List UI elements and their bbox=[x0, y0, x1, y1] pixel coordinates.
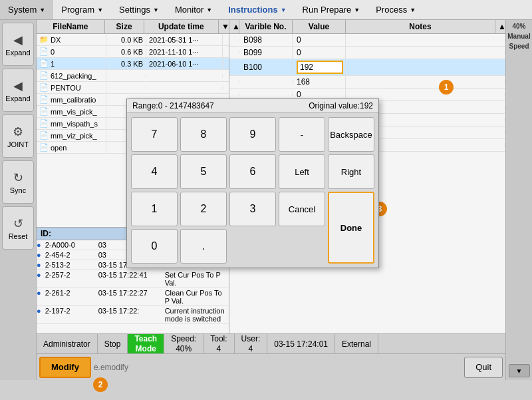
modify-button[interactable]: Modify bbox=[39, 357, 91, 378]
bottom-bar: Modify e.emodify Quit bbox=[37, 353, 505, 380]
numpad-backspace[interactable]: Backspace bbox=[328, 117, 374, 152]
run-prepare-caret: ▼ bbox=[354, 7, 360, 13]
numpad-5[interactable]: 5 bbox=[180, 154, 227, 189]
numpad-left[interactable]: Left bbox=[279, 154, 325, 189]
id-msg: Current instruction mode is switched bbox=[162, 307, 229, 323]
file-table-header: FileName Size Update time ▼ bbox=[37, 20, 229, 34]
var-val-2-input[interactable] bbox=[293, 59, 346, 75]
var-no-1: B099 bbox=[239, 47, 293, 59]
id-col: 2-197-2 bbox=[43, 307, 96, 323]
speed-label-manual: Manual bbox=[507, 33, 530, 40]
var-row[interactable]: B099 0 bbox=[229, 47, 505, 59]
var-sel-1 bbox=[229, 51, 239, 54]
menu-monitor[interactable]: Monitor ▼ bbox=[167, 0, 220, 19]
sidebar-joint[interactable]: ⚙ JOINT bbox=[2, 114, 34, 158]
table-row[interactable]: 📄1 0.3 KB 2021-06-10 1··· bbox=[37, 58, 229, 70]
quit-button[interactable]: Quit bbox=[464, 357, 503, 378]
menu-process[interactable]: Process ▼ bbox=[368, 0, 424, 19]
menu-system[interactable]: System ▼ bbox=[0, 0, 53, 19]
sidebar-expand-2[interactable]: ◀ Expand bbox=[2, 69, 34, 112]
numpad-4[interactable]: 4 bbox=[131, 154, 178, 189]
file-name-3: 📄612_packing_ bbox=[37, 70, 106, 81]
id-date: 03-15 17:22:27 bbox=[96, 289, 162, 305]
menu-settings[interactable]: Settings ▼ bbox=[111, 0, 167, 19]
var-notes-2 bbox=[346, 66, 505, 69]
right-sidebar: 40% Manual Speed ▼ bbox=[505, 20, 532, 380]
var-no-0: B098 bbox=[239, 34, 293, 46]
file-update-1: 2021-11-10 1··· bbox=[146, 47, 223, 57]
var-no-4 bbox=[239, 93, 293, 96]
var-val-1: 0 bbox=[293, 47, 346, 59]
value-header: Value bbox=[293, 20, 346, 33]
sidebar-expand-1[interactable]: ◀ Expand bbox=[2, 23, 34, 66]
sidebar-sync[interactable]: ↻ Sync bbox=[2, 160, 34, 204]
menu-run-prepare[interactable]: Run Prepare ▼ bbox=[295, 0, 368, 19]
var-row-selected[interactable]: B100 bbox=[229, 59, 505, 76]
id-bullet: ● bbox=[37, 271, 41, 287]
numpad-dot[interactable]: . bbox=[180, 229, 227, 264]
numpad-8[interactable]: 8 bbox=[180, 117, 227, 152]
file-name-2: 📄1 bbox=[37, 58, 106, 69]
id-msg: Clean Cur Pos To P Val. bbox=[162, 289, 229, 305]
numpad-7[interactable]: 7 bbox=[131, 117, 178, 152]
table-row[interactable]: 📁DX 0.0 KB 2021-05-31 1··· bbox=[37, 34, 229, 46]
status-tool: Tool:4 bbox=[203, 334, 234, 353]
var-scroll-side[interactable]: ▲ bbox=[495, 20, 505, 33]
numpad-done[interactable]: Done bbox=[328, 192, 374, 264]
sync-icon: ↻ bbox=[13, 170, 23, 185]
numpad-right[interactable]: Right bbox=[328, 154, 374, 189]
status-speed: Speed:40% bbox=[164, 334, 203, 353]
menu-program[interactable]: Program ▼ bbox=[53, 0, 111, 19]
speed-label-speed: Speed bbox=[509, 43, 529, 50]
table-row[interactable]: 📄PENTOU bbox=[37, 82, 229, 94]
var-value-input[interactable] bbox=[297, 61, 343, 74]
badge-2: 2 bbox=[93, 377, 108, 392]
list-item[interactable]: ● 2-257-2 03-15 17:22:41 Set Cur Pos To … bbox=[37, 270, 229, 288]
menu-instructions[interactable]: Instructions ▼ bbox=[220, 0, 294, 19]
id-col: 2-257-2 bbox=[43, 271, 96, 287]
id-bullet: ● bbox=[37, 251, 41, 259]
sidebar-reset[interactable]: ↺ Reset bbox=[2, 206, 34, 250]
file-icon: 📄 bbox=[39, 83, 49, 92]
file-icon: 📄 bbox=[39, 95, 49, 104]
file-name-1: 📄0 bbox=[37, 46, 106, 57]
status-teach-mode: TeachMode bbox=[128, 334, 164, 353]
file-size-2: 0.3 KB bbox=[106, 59, 146, 69]
file-name-7: 📄mm_vispath_s bbox=[37, 118, 106, 129]
file-update-3 bbox=[146, 75, 223, 77]
numpad-6[interactable]: 6 bbox=[229, 154, 276, 189]
numpad-9[interactable]: 9 bbox=[229, 117, 276, 152]
file-icon: 📄 bbox=[39, 143, 49, 152]
file-table-scroll[interactable]: ▼ bbox=[219, 20, 229, 33]
settings-caret: ▼ bbox=[153, 7, 159, 13]
id-bullet: ● bbox=[37, 261, 41, 269]
expand-1-icon: ◀ bbox=[13, 33, 23, 47]
var-val-0: 0 bbox=[293, 34, 346, 46]
emodify-label: e.emodify bbox=[94, 363, 128, 372]
var-scroll-up[interactable]: ▲ bbox=[229, 20, 239, 33]
filename-header: FileName bbox=[37, 20, 105, 33]
file-name-5: 📄mm_calibratio bbox=[37, 94, 106, 105]
right-scroll-down[interactable]: ▼ bbox=[509, 364, 530, 377]
list-item[interactable]: ● 2-197-2 03-15 17:22: Current instructi… bbox=[37, 306, 229, 324]
numpad-cancel[interactable]: Cancel bbox=[279, 192, 325, 226]
varno-header: Varible No. bbox=[239, 20, 293, 33]
var-row[interactable]: 168 bbox=[229, 76, 505, 89]
joint-icon: ⚙ bbox=[13, 124, 23, 139]
status-datetime: 03-15 17:24:01 bbox=[267, 334, 335, 353]
numpad-0[interactable]: 0 bbox=[131, 229, 178, 264]
list-item[interactable]: ● 2-261-2 03-15 17:22:27 Clean Cur Pos T… bbox=[37, 288, 229, 306]
badge-1: 1 bbox=[439, 80, 454, 95]
var-row[interactable]: B098 0 bbox=[229, 34, 505, 47]
file-size-4 bbox=[106, 87, 146, 89]
table-row[interactable]: 📄612_packing_ bbox=[37, 70, 229, 82]
status-administrator: Administrator bbox=[37, 334, 98, 353]
numpad-minus[interactable]: - bbox=[279, 117, 325, 152]
numpad-3[interactable]: 3 bbox=[229, 192, 276, 226]
numpad-2[interactable]: 2 bbox=[180, 192, 227, 226]
table-row[interactable]: 📄0 0.6 KB 2021-11-10 1··· bbox=[37, 46, 229, 58]
id-col: 2-261-2 bbox=[43, 289, 96, 305]
file-size-0: 0.0 KB bbox=[106, 35, 146, 45]
numpad-1[interactable]: 1 bbox=[131, 192, 178, 226]
system-caret: ▼ bbox=[39, 7, 45, 13]
